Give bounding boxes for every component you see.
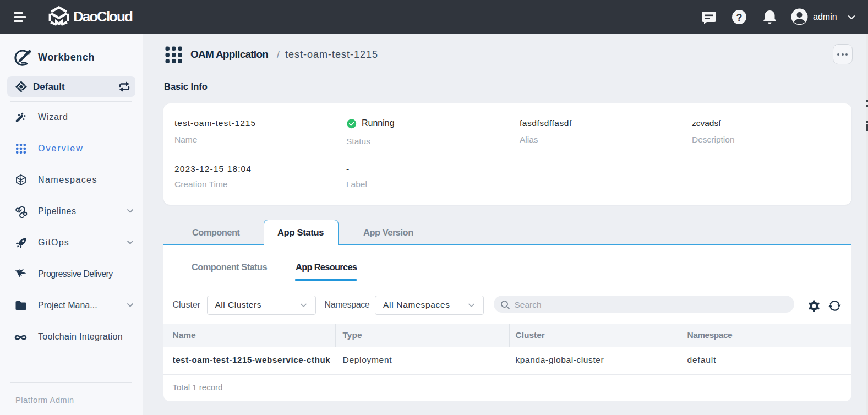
svg-text:?: ?	[736, 12, 743, 23]
